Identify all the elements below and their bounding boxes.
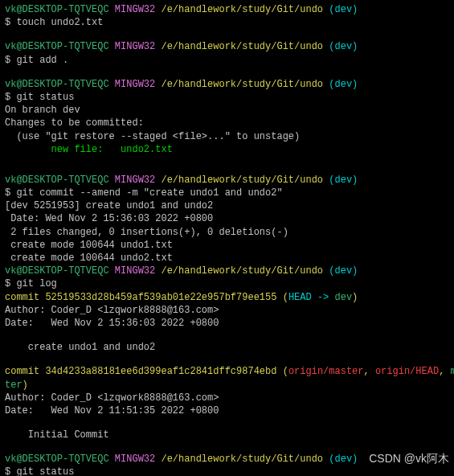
command-text: git status: [16, 466, 74, 476]
output-line: On branch dev: [5, 104, 449, 117]
command-text: touch undo2.txt: [16, 17, 103, 28]
prompt-branch: dev: [334, 174, 352, 186]
log-message: create undo1 and undo2: [5, 341, 449, 354]
prompt-user: vk@DESKTOP-TQTVEQC: [5, 174, 109, 186]
prompt-branch: dev: [334, 4, 352, 15]
command-line[interactable]: $ git commit --amend -m "create undo1 an…: [5, 187, 449, 199]
shell-prompt: vk@DESKTOP-TQTVEQC MINGW32 /e/handlework…: [5, 3, 449, 16]
dollar-sign: $: [5, 92, 16, 103]
commit-sha: 34d4233a88181ee6d399eaf1c2841dffc9874ebd: [45, 366, 276, 377]
log-message: Initial Commit: [5, 429, 449, 441]
log-commit-line: commit 34d4233a88181ee6d399eaf1c2841dffc…: [5, 365, 449, 378]
prompt-branch: dev: [334, 41, 352, 52]
commit-sha: 52519533d28b459af539ab01e22e957bf79ee155: [45, 292, 276, 303]
remote-ref: origin/HEAD: [375, 366, 439, 377]
command-line[interactable]: $ git status: [5, 466, 449, 476]
prompt-path: /e/handlework/study/Git/undo: [155, 174, 323, 186]
output-line: Date: Wed Nov 2 15:36:03 2022 +0800: [5, 212, 449, 225]
dollar-sign: $: [5, 55, 16, 66]
command-line[interactable]: $ git log: [5, 277, 449, 290]
head-ref: HEAD ->: [288, 292, 335, 303]
prompt-env: MINGW32: [109, 79, 156, 90]
prompt-user: vk@DESKTOP-TQTVEQC: [5, 265, 109, 277]
log-author: Author: Coder_D <lzqwork8888@163.com>: [5, 304, 449, 317]
prompt-env: MINGW32: [109, 453, 156, 465]
shell-prompt: vk@DESKTOP-TQTVEQC MINGW32 /e/handlework…: [5, 78, 449, 91]
log-commit-line: commit 52519533d28b459af539ab01e22e957bf…: [5, 291, 449, 304]
dollar-sign: $: [5, 17, 16, 28]
prompt-branch: dev: [334, 453, 352, 465]
prompt-branch: dev: [334, 79, 352, 90]
local-ref: mas: [451, 366, 454, 377]
output-line: new file: undo2.txt: [5, 143, 449, 156]
prompt-user: vk@DESKTOP-TQTVEQC: [5, 41, 109, 52]
log-date: Date: Wed Nov 2 11:51:35 2022 +0800: [5, 404, 449, 417]
log-date: Date: Wed Nov 2 15:36:03 2022 +0800: [5, 317, 449, 330]
output-line: 2 files changed, 0 insertions(+), 0 dele…: [5, 226, 449, 239]
prompt-user: vk@DESKTOP-TQTVEQC: [5, 79, 109, 90]
shell-prompt: vk@DESKTOP-TQTVEQC MINGW32 /e/handlework…: [5, 265, 449, 277]
command-text: git status: [16, 92, 74, 103]
command-line[interactable]: $ git status: [5, 91, 449, 104]
command-text: git log: [16, 278, 56, 289]
terminal-output[interactable]: vk@DESKTOP-TQTVEQC MINGW32 /e/handlework…: [5, 3, 449, 476]
prompt-branch: dev: [334, 265, 352, 277]
dollar-sign: $: [5, 278, 16, 289]
output-line: (use "git restore --staged <file>..." to…: [5, 130, 449, 143]
output-line: create mode 100644 undo2.txt: [5, 252, 449, 265]
prompt-user: vk@DESKTOP-TQTVEQC: [5, 453, 109, 465]
shell-prompt: vk@DESKTOP-TQTVEQC MINGW32 /e/handlework…: [5, 174, 449, 187]
command-text: git commit --amend -m "create undo1 and …: [16, 187, 282, 199]
dollar-sign: $: [5, 466, 16, 476]
output-line: [dev 5251953] create undo1 and undo2: [5, 199, 449, 212]
watermark: CSDN @vk阿木: [369, 451, 449, 466]
prompt-path: /e/handlework/study/Git/undo: [155, 4, 323, 15]
prompt-path: /e/handlework/study/Git/undo: [155, 265, 323, 277]
log-author: Author: Coder_D <lzqwork8888@163.com>: [5, 392, 449, 404]
shell-prompt: vk@DESKTOP-TQTVEQC MINGW32 /e/handlework…: [5, 40, 449, 53]
remote-ref: origin/master: [288, 366, 364, 377]
prompt-path: /e/handlework/study/Git/undo: [155, 79, 323, 90]
log-commit-line-wrap: ter): [5, 379, 449, 392]
dollar-sign: $: [5, 187, 16, 199]
prompt-user: vk@DESKTOP-TQTVEQC: [5, 4, 109, 15]
prompt-env: MINGW32: [109, 265, 156, 277]
branch-ref: dev: [334, 292, 352, 303]
prompt-env: MINGW32: [109, 41, 156, 52]
command-line[interactable]: $ touch undo2.txt: [5, 16, 449, 29]
prompt-env: MINGW32: [109, 174, 156, 186]
prompt-env: MINGW32: [109, 4, 156, 15]
command-line[interactable]: $ git add .: [5, 54, 449, 67]
output-line: create mode 100644 undo1.txt: [5, 239, 449, 252]
output-line: Changes to be committed:: [5, 117, 449, 129]
prompt-path: /e/handlework/study/Git/undo: [155, 41, 323, 52]
prompt-path: /e/handlework/study/Git/undo: [155, 453, 323, 465]
command-text: git add .: [16, 55, 68, 66]
